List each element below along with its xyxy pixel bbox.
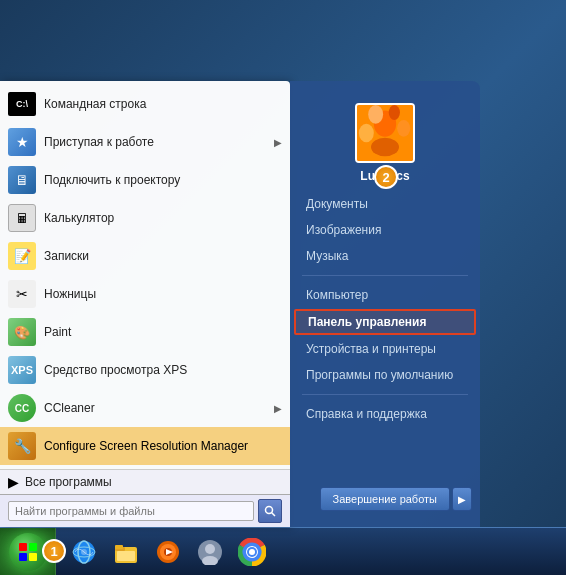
ccleaner-icon: CC: [8, 394, 36, 422]
pristayka-icon: ★: [8, 128, 36, 156]
menu-item-connect-label: Подключить к проектору: [44, 173, 282, 187]
xps-icon: XPS: [8, 356, 36, 384]
user-avatar[interactable]: [355, 103, 415, 163]
shutdown-area: Завершение работы ▶: [290, 481, 480, 517]
right-menu-items-list: Документы Изображения Музыка Компьютер П…: [290, 191, 480, 481]
menu-search-bar: [0, 494, 290, 527]
step-2-badge: 2: [374, 165, 398, 189]
svg-rect-16: [115, 545, 123, 549]
shutdown-arrow-icon: ▶: [458, 494, 466, 505]
menu-item-cmd[interactable]: C:\ Командная строка: [0, 85, 290, 123]
menu-item-pristayka[interactable]: ★ Приступая к работе ▶: [0, 123, 290, 161]
badge-2-label: 2: [382, 170, 389, 185]
menu-item-pristayka-label: Приступая к работе: [44, 135, 266, 149]
taskbar-explorer-icon[interactable]: [106, 532, 146, 572]
svg-point-22: [205, 544, 215, 554]
all-programs-row[interactable]: ▶ Все программы: [0, 469, 290, 494]
menu-item-cmd-label: Командная строка: [44, 97, 282, 111]
svg-point-27: [249, 549, 255, 555]
right-item-devices[interactable]: Устройства и принтеры: [290, 336, 480, 362]
menu-item-connect[interactable]: 🖥 Подключить к проектору: [0, 161, 290, 199]
right-item-docs[interactable]: Документы: [290, 191, 480, 217]
scissors-icon: ✂: [8, 280, 36, 308]
menu-item-notes[interactable]: 📝 Записки: [0, 237, 290, 275]
svg-point-0: [266, 507, 273, 514]
start-orb: [9, 533, 47, 571]
menu-item-xps-label: Средство просмотра XPS: [44, 363, 282, 377]
shutdown-arrow-button[interactable]: ▶: [452, 487, 472, 511]
taskbar-icons: [56, 532, 272, 572]
connect-icon: 🖥: [8, 166, 36, 194]
taskbar-ie-icon[interactable]: [64, 532, 104, 572]
svg-rect-15: [117, 551, 135, 561]
step-1-badge: 1: [42, 539, 66, 563]
taskbar-user-icon[interactable]: [190, 532, 230, 572]
search-input[interactable]: [8, 501, 254, 521]
svg-point-6: [397, 120, 410, 137]
menu-item-ccleaner[interactable]: CC CCleaner ▶: [0, 389, 290, 427]
right-item-defaults[interactable]: Программы по умолчанию: [290, 362, 480, 388]
menu-item-paint[interactable]: 🎨 Paint: [0, 313, 290, 351]
menu-item-calc-label: Калькулятор: [44, 211, 282, 225]
right-menu-divider-1: [302, 275, 468, 276]
svg-point-4: [368, 105, 383, 124]
taskbar-chrome-icon[interactable]: [232, 532, 272, 572]
windows-logo-icon: [19, 543, 37, 561]
desktop: C:\ Командная строка ★ Приступая к работ…: [0, 0, 566, 575]
right-item-panel[interactable]: Панель управления: [294, 309, 476, 335]
calc-icon: 🖩: [8, 204, 36, 232]
all-programs-arrow-icon: ▶: [8, 474, 19, 490]
menu-items-list: C:\ Командная строка ★ Приступая к работ…: [0, 81, 290, 469]
svg-line-1: [272, 513, 276, 517]
pristayka-arrow-icon: ▶: [274, 137, 282, 148]
right-menu-divider-2: [302, 394, 468, 395]
menu-item-scissors-label: Ножницы: [44, 287, 282, 301]
menu-item-ccleaner-label: CCleaner: [44, 401, 266, 415]
menu-left-panel: C:\ Командная строка ★ Приступая к работ…: [0, 81, 290, 527]
right-item-images[interactable]: Изображения: [290, 217, 480, 243]
taskbar: 1: [0, 527, 566, 575]
menu-item-csrm-label: Configure Screen Resolution Manager: [44, 439, 282, 453]
search-icon: [264, 505, 276, 517]
right-item-music[interactable]: Музыка: [290, 243, 480, 269]
notes-icon: 📝: [8, 242, 36, 270]
shutdown-button[interactable]: Завершение работы: [320, 487, 450, 511]
menu-item-scissors[interactable]: ✂ Ножницы: [0, 275, 290, 313]
taskbar-media-icon[interactable]: [148, 532, 188, 572]
svg-point-5: [389, 105, 400, 120]
menu-item-calc[interactable]: 🖩 Калькулятор: [0, 199, 290, 237]
menu-right-panel: Lumpics Документы Изображения Музыка Ком…: [290, 81, 480, 527]
menu-item-csrm[interactable]: 🔧 Configure Screen Resolution Manager: [0, 427, 290, 465]
right-item-computer[interactable]: Компьютер: [290, 282, 480, 308]
badge-1-label: 1: [50, 544, 57, 559]
menu-item-paint-label: Paint: [44, 325, 282, 339]
svg-point-7: [359, 124, 374, 143]
svg-point-8: [371, 138, 399, 157]
cmd-icon: C:\: [8, 90, 36, 118]
ccleaner-arrow-icon: ▶: [274, 403, 282, 414]
search-button[interactable]: [258, 499, 282, 523]
start-menu: C:\ Командная строка ★ Приступая к работ…: [0, 81, 480, 527]
right-item-help[interactable]: Справка и поддержка: [290, 401, 480, 427]
csrm-icon: 🔧: [8, 432, 36, 460]
all-programs-label: Все программы: [25, 475, 112, 489]
shutdown-label: Завершение работы: [333, 493, 437, 505]
paint-icon: 🎨: [8, 318, 36, 346]
menu-item-xps[interactable]: XPS Средство просмотра XPS: [0, 351, 290, 389]
menu-item-notes-label: Записки: [44, 249, 282, 263]
